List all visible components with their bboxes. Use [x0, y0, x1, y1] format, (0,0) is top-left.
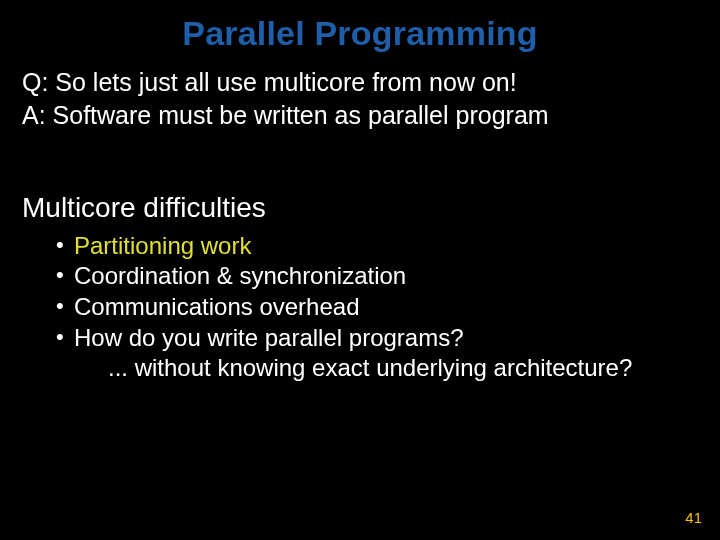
list-item: • Communications overhead [56, 292, 698, 323]
answer-line: A: Software must be written as parallel … [22, 100, 698, 131]
slide: Parallel Programming Q: So lets just all… [0, 0, 720, 540]
bullet-text: Communications overhead [74, 292, 698, 323]
bullet-continuation: ... without knowing exact underlying arc… [56, 353, 698, 384]
bullet-text: Coordination & synchronization [74, 261, 698, 292]
list-item: • Coordination & synchronization [56, 261, 698, 292]
bullet-icon: • [56, 323, 74, 351]
list-item: • How do you write parallel programs? [56, 323, 698, 354]
question-line: Q: So lets just all use multicore from n… [22, 67, 698, 98]
qa-block: Q: So lets just all use multicore from n… [22, 67, 698, 132]
bullet-text: Partitioning work [74, 231, 698, 262]
slide-body: Q: So lets just all use multicore from n… [0, 53, 720, 384]
subheading: Multicore difficulties [22, 190, 698, 225]
bullet-list: • Partitioning work • Coordination & syn… [22, 231, 698, 385]
bullet-text: How do you write parallel programs? [74, 323, 698, 354]
bullet-icon: • [56, 261, 74, 289]
bullet-icon: • [56, 231, 74, 259]
bullet-icon: • [56, 292, 74, 320]
page-number: 41 [685, 509, 702, 526]
slide-title: Parallel Programming [0, 0, 720, 53]
list-item: • Partitioning work [56, 231, 698, 262]
